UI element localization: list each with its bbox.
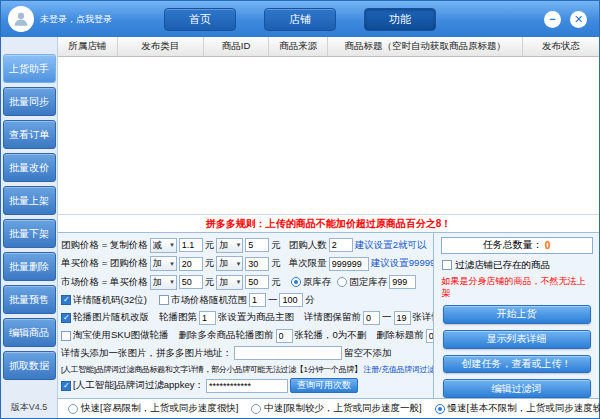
sidebar-item-batch-delete[interactable]: 批量删除 (3, 252, 56, 281)
carousel-random-checkbox[interactable] (61, 313, 71, 323)
sidebar-item-view-orders[interactable]: 查看订单 (3, 120, 56, 149)
sidebar-item-batch-sync[interactable]: 批量同步 (3, 87, 56, 116)
start-upload-button[interactable]: 开始上货 (443, 305, 591, 324)
market-price-row: 市场价格 = 单买价格 加▾ 元 加▾ 元 原库存 固定库存 (61, 275, 430, 290)
appkey-input[interactable] (206, 379, 288, 393)
fixed-stock-input[interactable] (389, 275, 416, 289)
single-price-val1-input[interactable] (179, 257, 203, 271)
main-area: 所属店铺 发布类目 商品ID 商品来源 商品标题（空时自动获取商品原标题） 发布… (58, 37, 599, 418)
market-price-label: 市场价格 = 单买价格 (61, 276, 148, 289)
chevron-down-icon: ▾ (237, 241, 241, 249)
market-random-checkbox[interactable] (159, 295, 169, 305)
unit-label: 元 (205, 276, 215, 289)
sidebar: 上货助手 批量同步 查看订单 批量改价 批量上架 批量下架 批量删除 批量预售 … (1, 37, 58, 418)
tab-shop[interactable]: 店铺 (264, 8, 336, 31)
sku-carousel-label: 淘宝使用SKU图做轮播 (73, 329, 169, 342)
single-price-op1-select[interactable]: 加▾ (150, 256, 177, 271)
speed-option-slow[interactable]: 慢速[基本不限制，上货或同步速度较慢] (435, 402, 600, 415)
chevron-down-icon: ▾ (170, 278, 174, 286)
filter-note: 如果是分身店铺的商品，不然无法上架 (442, 275, 592, 299)
fast-radio[interactable] (68, 404, 78, 414)
delete-carousel-input[interactable] (276, 329, 293, 343)
sidebar-item-batch-presale[interactable]: 批量预售 (3, 285, 56, 314)
tab-home[interactable]: 首页 (164, 8, 236, 31)
medium-label: 中速[限制较少，上货或同步速度一般] (264, 402, 421, 415)
detail-image-url-input[interactable] (234, 346, 342, 360)
sidebar-item-edit-product[interactable]: 编辑商品 (3, 318, 56, 347)
delete-title-label: 删除标题前 (376, 329, 424, 342)
speed-option-fast[interactable]: 快速[容易限制，上货或同步速度很快] (68, 402, 238, 415)
sidebar-item-grab-data[interactable]: 抓取数据 (3, 351, 56, 380)
detail-keep-from-input[interactable] (363, 311, 380, 325)
unit-label: 元 (205, 257, 215, 270)
detail-image-label: 详情头添加一张图片，拼多多图片地址： (61, 347, 232, 360)
group-count-note: 建议设置2就可以 (355, 239, 427, 252)
filter-existing-option[interactable]: 过滤店铺已存在的商品 (442, 259, 550, 272)
filter-existing-label: 过滤店铺已存在的商品 (455, 259, 550, 272)
single-price-val2-input[interactable] (245, 257, 269, 271)
query-usage-button[interactable]: 查询可用次数 (290, 378, 358, 393)
group-price-val2-input[interactable] (245, 238, 269, 252)
slow-radio[interactable] (435, 404, 445, 414)
task-count-box: 任务总数量： 0 (441, 237, 593, 254)
edit-filter-words-button[interactable]: 编辑过滤词 (443, 379, 591, 398)
task-count-label: 任务总数量： (483, 238, 543, 252)
show-list-detail-button[interactable]: 显示列表详细 (443, 330, 591, 349)
random-range-from-input[interactable] (249, 293, 266, 307)
detail-random-checkbox[interactable] (61, 295, 71, 305)
group-count-input[interactable] (329, 238, 353, 252)
market-price-val1-input[interactable] (179, 275, 203, 289)
select-value: 减 (153, 239, 162, 252)
column-product-id: 商品ID (204, 37, 269, 56)
detail-keep-to-input[interactable] (394, 311, 411, 325)
minimize-icon[interactable]: − (544, 11, 561, 28)
sidebar-item-batch-reprice[interactable]: 批量改价 (3, 153, 56, 182)
single-price-op2-select[interactable]: 加▾ (216, 256, 243, 271)
tab-functions[interactable]: 功能 (364, 8, 436, 31)
sidebar-item-batch-delist[interactable]: 批量下架 (3, 219, 56, 248)
group-count-label: 团购人数 (289, 239, 327, 252)
market-price-val2-input[interactable] (245, 275, 269, 289)
login-text[interactable]: 未登录，点我登录 (40, 13, 112, 26)
market-price-op2-select[interactable]: 加▾ (216, 275, 243, 290)
chevron-down-icon: ▾ (237, 278, 241, 286)
random-range-to-input[interactable] (279, 293, 303, 307)
medium-radio[interactable] (251, 404, 261, 414)
fixed-stock-radio[interactable] (337, 277, 347, 287)
group-price-op1-select[interactable]: 减▾ (150, 238, 177, 253)
platform-rule-notice: 拼多多规则：上传的商品不能加价超过原商品百分之8！ (58, 215, 599, 232)
single-limit-input[interactable] (329, 257, 369, 271)
group-price-row: 团购价格 = 复制价格 减▾ 元 加▾ 元 团购人数 建议设置2就可以 (61, 238, 430, 253)
column-shop: 所属店铺 (58, 37, 118, 56)
sidebar-item-batch-list[interactable]: 批量上架 (3, 186, 56, 215)
appkey-checkbox[interactable] (61, 381, 71, 391)
market-price-op1-select[interactable]: 加▾ (150, 275, 177, 290)
appkey-label: [人工智能]品牌词过滤appkey： (73, 379, 204, 392)
range-separator: 一 (382, 311, 392, 324)
product-table-body[interactable] (58, 57, 599, 215)
speed-option-medium[interactable]: 中速[限制较少，上货或同步速度一般] (251, 402, 421, 415)
market-random-label: 市场价格随机范围 (171, 294, 247, 307)
brand-filter-text: [人工智能]品牌词过滤商品标题和文字详情，部分小品牌可能无法过滤【1分钟一个品牌… (61, 364, 362, 375)
single-limit-label: 单次限量 (289, 257, 327, 270)
sidebar-item-upload-assistant[interactable]: 上货助手 (3, 54, 56, 83)
close-icon[interactable]: ✕ (570, 11, 587, 28)
create-task-button[interactable]: 创建任务，查看或上传！ (443, 355, 591, 374)
range-separator: 一 (268, 294, 278, 307)
unit-label: 元 (271, 276, 281, 289)
filter-existing-checkbox[interactable] (442, 260, 452, 270)
table-header: 所属店铺 发布类目 商品ID 商品来源 商品标题（空时自动获取商品原标题） 发布… (58, 37, 599, 57)
original-stock-radio[interactable] (291, 277, 301, 287)
detail-image-row: 详情头添加一张图片，拼多多图片地址： 留空不添加 (61, 346, 430, 360)
brand-filter-recharge-link[interactable]: 注册/充值品牌词过滤 (364, 364, 433, 375)
app-window: 未登录，点我登录 首页 店铺 功能 − ✕ 上货助手 批量同步 查看订单 批量改… (0, 0, 600, 419)
group-price-val1-input[interactable] (179, 238, 203, 252)
sku-carousel-checkbox[interactable] (61, 331, 71, 341)
avatar[interactable] (8, 6, 34, 32)
nav-tabs: 首页 店铺 功能 (164, 8, 436, 31)
delete-title-input[interactable] (426, 329, 433, 343)
group-price-op2-select[interactable]: 加▾ (216, 238, 243, 253)
main-image-index-input[interactable] (199, 311, 216, 325)
single-price-row: 单买价格 = 团购价格 加▾ 元 加▾ 元 单次限量 建议设置999999 (61, 256, 430, 271)
select-value: 加 (219, 257, 228, 270)
